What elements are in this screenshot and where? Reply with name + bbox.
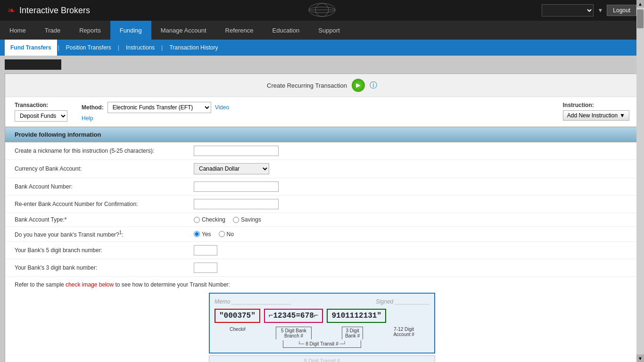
- section-header: Provide following information: [5, 127, 639, 142]
- recurring-go-button[interactable]: ►: [352, 79, 365, 92]
- scroll-thumb[interactable]: [637, 9, 644, 28]
- subnav-instructions[interactable]: Instructions: [120, 40, 160, 56]
- account-label: [5, 59, 61, 70]
- nav-manage-account[interactable]: Manage Account: [151, 21, 216, 40]
- signed-label: Signed ___________: [376, 298, 429, 305]
- account-number-row: Bank Account Number:: [5, 178, 639, 196]
- video-link[interactable]: Video: [215, 104, 229, 111]
- bottom-check-partial: 8 Digit Transit #: [15, 355, 629, 362]
- scroll-up-arrow[interactable]: ▲: [636, 0, 644, 8]
- transit-no-radio[interactable]: [219, 231, 225, 237]
- nickname-label: Create a nickname for this instruction (…: [15, 148, 194, 154]
- check-desc-prefix: Refer to the sample: [15, 281, 66, 288]
- account-type-row: Bank Account Type:* Checking Savings: [5, 213, 639, 227]
- currency-select[interactable]: Canadian Dollar US Dollar Euro: [194, 163, 269, 174]
- branch-label: Your Bank's 5 digit branch number:: [15, 247, 194, 254]
- currency-label: Currency of Bank Account:: [15, 165, 194, 172]
- sub-navigation: Fund Transfers | Position Transfers | In…: [0, 40, 644, 56]
- globe-icon: [308, 3, 336, 17]
- bank-number-label: Your Bank's 3 digit bank number:: [15, 264, 194, 271]
- bank-number-control: [194, 263, 629, 273]
- nav-reports[interactable]: Reports: [70, 21, 110, 40]
- nickname-row: Create a nickname for this instruction (…: [5, 142, 639, 160]
- form-top-row: Transaction: Deposit Funds Method: Elect…: [5, 97, 639, 127]
- branch-info: 5 Digit BankBranch #: [276, 327, 312, 339]
- subnav-sep-2: |: [118, 44, 119, 51]
- transit-no-text: No: [227, 231, 234, 238]
- check-image-box: Memo ___________________ Signed ________…: [209, 293, 435, 354]
- method-top: Method: Electronic Funds Transfer (EFT) …: [82, 102, 229, 113]
- check-section: Refer to the sample check image below to…: [5, 277, 639, 362]
- logout-button[interactable]: Logout: [607, 5, 636, 16]
- scrollbar: ▲ ▼: [636, 0, 644, 362]
- add-instruction-arrow: ▼: [619, 112, 625, 119]
- check-description: Refer to the sample check image below to…: [15, 281, 629, 288]
- content-box: Create Recurring Transaction ► ⓘ Transac…: [5, 74, 639, 362]
- dropdown-arrow: ▼: [597, 7, 603, 14]
- account-info: 7-12 DigitAccount #: [393, 327, 414, 339]
- info-icon[interactable]: ⓘ: [370, 81, 377, 90]
- branch-control: [194, 245, 629, 255]
- subnav-transaction-history[interactable]: Transaction History: [164, 40, 223, 56]
- transit-yes-label[interactable]: Yes: [194, 231, 211, 238]
- nav-home[interactable]: Home: [0, 21, 35, 40]
- top-right-controls: ▼ Logout: [542, 4, 636, 16]
- transit-question-label: Do you have your bank's Transit number?1…: [15, 230, 194, 238]
- subnav-fund-transfers[interactable]: Fund Transfers: [5, 40, 57, 56]
- nav-funding[interactable]: Funding: [110, 21, 151, 40]
- account-selector[interactable]: [542, 4, 594, 16]
- reenter-input[interactable]: [194, 199, 279, 209]
- transit-number-box: ⌐12345=678⌐: [264, 309, 323, 323]
- branch-input[interactable]: [194, 245, 217, 255]
- nav-support[interactable]: Support: [309, 21, 349, 40]
- account-info-text: 7-12 DigitAccount #: [393, 327, 414, 337]
- check-numbers-row: "000375" ⌐12345=678⌐ 9101112131": [215, 309, 429, 323]
- nav-trade[interactable]: Trade: [35, 21, 70, 40]
- subnav-position-transfers[interactable]: Position Transfers: [60, 40, 117, 56]
- top-bar: ❧ Interactive Brokers ▼ Logout: [0, 0, 644, 21]
- help-link[interactable]: Help: [82, 115, 229, 122]
- bottom-transit-label: 8 Digit Transit #: [209, 355, 435, 362]
- recurring-transaction-bar: Create Recurring Transaction ► ⓘ: [5, 74, 639, 97]
- reenter-label: Re-enter Bank Account Number for Confirm…: [15, 201, 194, 207]
- scroll-down-arrow[interactable]: ▼: [636, 354, 644, 362]
- ib-logo-icon: ❧: [8, 5, 16, 16]
- account-type-control: Checking Savings: [194, 216, 629, 223]
- transaction-select[interactable]: Deposit Funds: [15, 110, 67, 122]
- transit-yes-radio[interactable]: [194, 231, 200, 237]
- logo-text: Interactive Brokers: [19, 6, 90, 16]
- nickname-input[interactable]: [194, 146, 279, 156]
- bank-info: 3 DigitBank #: [342, 327, 363, 339]
- method-select[interactable]: Electronic Funds Transfer (EFT): [107, 102, 211, 113]
- transit-bracket-row: └─ 8 Digit Transit # ─┘: [215, 340, 429, 348]
- recurring-label: Create Recurring Transaction: [267, 82, 347, 89]
- check-header: Memo ___________________ Signed ________…: [215, 298, 429, 305]
- reenter-row: Re-enter Bank Account Number for Confirm…: [5, 196, 639, 213]
- transit-control: Yes No: [194, 231, 629, 238]
- checking-radio[interactable]: [194, 217, 200, 223]
- savings-label[interactable]: Savings: [233, 216, 261, 223]
- add-instruction-label: Add New Instruction: [567, 112, 618, 119]
- subnav-sep-1: |: [58, 44, 59, 51]
- currency-control: Canadian Dollar US Dollar Euro: [194, 163, 629, 174]
- bank-number-input[interactable]: [194, 263, 217, 273]
- transit-yes-text: Yes: [202, 231, 211, 238]
- transit-no-label[interactable]: No: [219, 231, 234, 238]
- checking-label[interactable]: Checking: [194, 216, 225, 223]
- check-desc-link[interactable]: check image below: [66, 281, 114, 288]
- nav-reference[interactable]: Reference: [216, 21, 263, 40]
- subnav-sep-3: |: [161, 44, 163, 51]
- check-desc-suffix: to see how to determine your Transit Num…: [114, 281, 230, 288]
- nav-education[interactable]: Education: [263, 21, 309, 40]
- branch-bracket: 5 Digit BankBranch #: [276, 327, 312, 339]
- bank-bracket: 3 DigitBank #: [342, 327, 363, 339]
- transaction-group: Transaction: Deposit Funds: [15, 102, 67, 122]
- transit-bracket-label: └─ 8 Digit Transit # ─┘: [283, 340, 361, 348]
- method-label: Method:: [82, 104, 104, 111]
- account-type-label: Bank Account Type:*: [15, 216, 194, 223]
- savings-text: Savings: [241, 216, 261, 223]
- account-number-input[interactable]: [194, 181, 279, 192]
- add-instruction-button[interactable]: Add New Instruction ▼: [563, 110, 629, 121]
- savings-radio[interactable]: [233, 217, 239, 223]
- check-labels-row: Check# 5 Digit BankBranch # 3 DigitBank …: [215, 327, 429, 339]
